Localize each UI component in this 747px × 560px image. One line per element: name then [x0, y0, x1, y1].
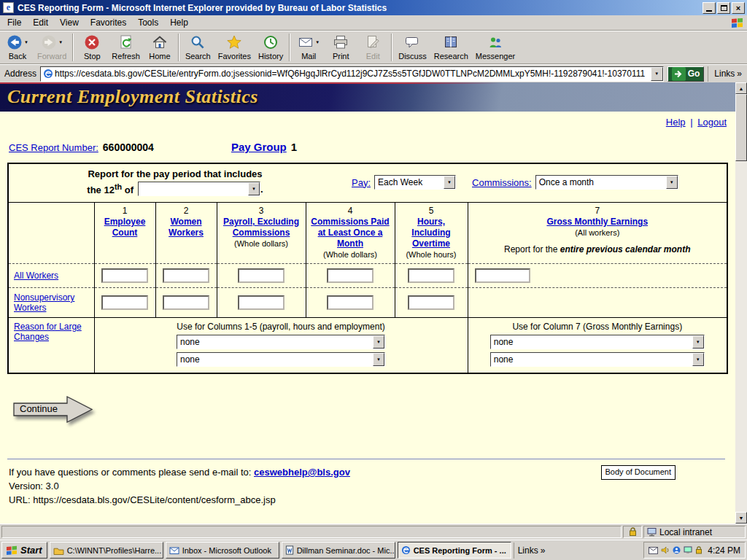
all-workers-payroll-input[interactable]	[238, 268, 285, 283]
forward-dropdown-icon[interactable]: ▼	[58, 40, 63, 44]
scrollbar-thumb[interactable]	[735, 94, 747, 161]
print-button[interactable]: Print	[325, 31, 357, 63]
nonsupervisory-hours-input[interactable]	[408, 295, 454, 310]
address-dropdown-button[interactable]: ▼	[651, 67, 663, 81]
reason-for-large-changes-link[interactable]: Reason for Large Changes	[14, 322, 82, 342]
tray-mail-icon[interactable]	[649, 547, 658, 554]
all-workers-gross-earnings-input[interactable]	[475, 268, 530, 283]
page-body: Current Employment Statistics Help | Log…	[0, 82, 735, 524]
reason-cols-1-5-select-2[interactable]: none ▼	[177, 352, 385, 367]
maximize-button[interactable]	[717, 2, 730, 14]
history-button[interactable]: History	[255, 31, 287, 63]
edit-icon	[365, 34, 381, 50]
address-field[interactable]: ▼	[40, 66, 664, 82]
pay-group-link[interactable]: Pay Group	[231, 141, 287, 153]
home-button[interactable]: Home	[144, 31, 176, 63]
nonsupervisory-commissions-input[interactable]	[327, 295, 374, 310]
links-toolbar[interactable]: Links »	[708, 66, 745, 82]
address-input[interactable]	[53, 69, 651, 79]
taskbar-task-outlook[interactable]: Inbox - Microsoft Outlook	[166, 542, 279, 559]
discuss-button[interactable]: Discuss	[395, 31, 430, 63]
vertical-scrollbar[interactable]: ▲ ▼	[735, 82, 747, 524]
ie-icon: e	[3, 2, 14, 13]
commissions-select[interactable]: Once a month ▼	[535, 175, 678, 190]
all-workers-link[interactable]: All Workers	[14, 271, 58, 281]
reason-cols-1-5-select-1[interactable]: none ▼	[177, 335, 385, 349]
pay-select[interactable]: Each Week ▼	[374, 175, 456, 190]
address-bar: Address ▼ Go Links »	[0, 64, 747, 82]
reason-col-7-select-2[interactable]: none ▼	[490, 352, 705, 367]
mail-button[interactable]: ▼ Mail	[293, 31, 325, 63]
scrollbar-track[interactable]	[735, 94, 747, 512]
refresh-button[interactable]: Refresh	[108, 31, 144, 63]
toolbar-button-label: Favorites	[218, 52, 251, 61]
all-workers-women-workers-input[interactable]	[163, 268, 209, 283]
minimize-button[interactable]	[703, 2, 716, 14]
reason-select-value: none	[491, 337, 692, 347]
taskbar-clock[interactable]: 4:24 PM	[705, 545, 740, 556]
dropdown-arrow-icon[interactable]: ▼	[666, 176, 678, 189]
tray-display-icon[interactable]	[684, 546, 692, 554]
use-for-columns-1-5-heading: Use for Columns 1-5 (payroll, hours and …	[98, 322, 465, 332]
go-button[interactable]: Go	[667, 66, 705, 82]
version-line: Version: 3.0	[9, 480, 735, 494]
ces-report-number-link[interactable]: CES Report Number:	[9, 142, 98, 153]
mail-dropdown-icon[interactable]: ▼	[315, 40, 320, 44]
start-button[interactable]: Start	[1, 542, 47, 559]
dropdown-arrow-icon[interactable]: ▼	[692, 353, 704, 366]
help-link[interactable]: Help	[666, 117, 686, 128]
dropdown-arrow-icon[interactable]: ▼	[248, 182, 260, 195]
back-dropdown-icon[interactable]: ▼	[24, 40, 28, 44]
nonsupervisory-employee-count-input[interactable]	[101, 295, 148, 310]
edit-button[interactable]: Edit	[357, 31, 389, 63]
taskbar-links-toolbar[interactable]: Links »	[514, 542, 549, 559]
dropdown-arrow-icon[interactable]: ▼	[373, 335, 384, 349]
taskbar-task-explorer[interactable]: C:\WINNT\Profiles\Harre...	[50, 542, 163, 559]
dropdown-arrow-icon[interactable]: ▼	[444, 176, 455, 189]
nonsupervisory-payroll-input[interactable]	[238, 295, 285, 310]
pay-link[interactable]: Pay:	[352, 177, 371, 188]
menu-view[interactable]: View	[54, 16, 85, 29]
ceswebhelp-email-link[interactable]: ceswebhelp@bls.gov	[254, 467, 350, 478]
back-button[interactable]: ▼ Back	[1, 31, 34, 63]
dropdown-arrow-icon[interactable]: ▼	[692, 335, 704, 349]
taskbar-task-word[interactable]: Dillman Seminar.doc - Mic...	[282, 542, 395, 559]
menu-tools[interactable]: Tools	[132, 16, 164, 29]
report-number-value: 660000004	[103, 141, 154, 153]
commissions-link[interactable]: Commissions:	[472, 177, 532, 188]
tray-messenger-icon[interactable]	[673, 546, 681, 554]
forward-button[interactable]: ▼ Forward	[34, 31, 70, 63]
pay-group-value: 1	[291, 141, 297, 153]
menu-help[interactable]: Help	[164, 16, 194, 29]
nonsupervisory-workers-link[interactable]: Nonsupervisory Workers	[14, 292, 74, 313]
favorites-button[interactable]: Favorites	[214, 31, 255, 63]
all-workers-employee-count-input[interactable]	[101, 268, 148, 283]
reason-col-7-select-1[interactable]: none ▼	[490, 335, 705, 349]
pay-period-select[interactable]: ▼	[138, 182, 260, 196]
tray-volume-icon[interactable]	[661, 546, 670, 554]
logout-link[interactable]: Logout	[697, 117, 727, 128]
research-button[interactable]: Research	[430, 31, 472, 63]
body-of-document-box[interactable]: Body of Document	[601, 465, 676, 480]
continue-button[interactable]: Continue	[13, 394, 95, 425]
taskbar-task-ces-form[interactable]: CES Reporting Form - ...	[398, 542, 511, 559]
menu-file[interactable]: File	[1, 16, 27, 29]
menu-edit[interactable]: Edit	[27, 16, 54, 29]
all-workers-commissions-input[interactable]	[327, 268, 374, 283]
all-workers-hours-input[interactable]	[408, 268, 454, 283]
toolbar-button-label: Discuss	[398, 52, 427, 61]
url-line: URL: https://cesdata.bls.gov/CESLite/con…	[9, 494, 735, 508]
links-chevron-icon[interactable]: »	[737, 69, 742, 79]
scroll-down-icon[interactable]: ▼	[735, 512, 747, 524]
search-button[interactable]: Search	[182, 31, 214, 63]
taskbar-links-chevron-icon[interactable]: »	[541, 545, 546, 556]
menu-favorites[interactable]: Favorites	[85, 16, 132, 29]
stop-button[interactable]: Stop	[76, 31, 108, 63]
nonsupervisory-women-workers-input[interactable]	[163, 295, 209, 310]
close-button[interactable]: ×	[732, 2, 745, 14]
tray-lock-icon[interactable]	[695, 546, 703, 554]
scroll-up-icon[interactable]: ▲	[735, 82, 747, 94]
dropdown-arrow-icon[interactable]: ▼	[373, 353, 384, 366]
messenger-button[interactable]: Messenger	[472, 31, 519, 63]
report-header: CES Report Number: 660000004 Pay Group 1	[0, 128, 735, 153]
